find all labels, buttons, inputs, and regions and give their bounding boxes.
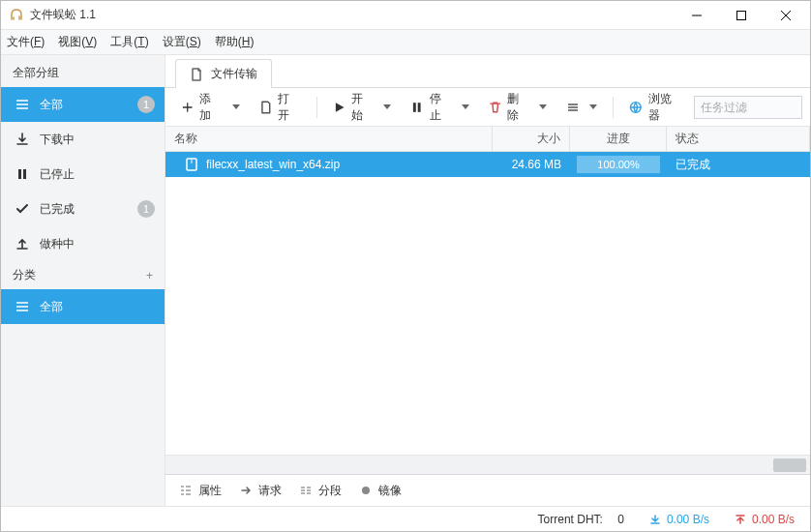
maximize-button[interactable] [719,1,764,30]
col-size[interactable]: 大小 [493,127,570,151]
tab-mirror[interactable]: 镜像 [359,483,402,499]
document-icon [190,68,203,81]
filter-box [694,96,802,119]
sidebar-item-label: 全部 [40,299,63,315]
globe-icon [629,101,643,114]
task-grid: 名称 大小 进度 状态 filecxx_latest_win_x64.zip 2… [165,127,810,475]
table-row[interactable]: filecxx_latest_win_x64.zip 24.66 MB 100.… [165,152,810,177]
trash-icon [489,101,501,114]
statusbar: Torrent DHT: 0 0.00 B/s 0.00 B/s [1,506,810,531]
row-name: filecxx_latest_win_x64.zip [206,158,340,171]
stop-button[interactable]: 停止 [403,94,477,121]
tab-segments[interactable]: 分段 [299,483,342,499]
grid-body[interactable]: filecxx_latest_win_x64.zip 24.66 MB 100.… [165,152,810,455]
plus-icon [181,101,194,114]
col-status[interactable]: 状态 [667,127,810,151]
more-button[interactable] [558,94,605,121]
sidebar-item-4[interactable]: 做种中 [1,226,165,261]
sidebar-category-header: 分类 + [1,261,165,289]
upload-speed: 0.00 B/s [735,513,795,526]
svg-rect-1 [18,169,21,179]
sidebar-item-label: 下载中 [40,132,75,148]
window-title: 文件蜈蚣 1.1 [30,7,96,23]
tab-label: 文件传输 [211,66,257,82]
sidebar: 全部分组 全部1下载中已停止已完成1做种中 分类 + 全部 [1,55,165,506]
tab-file-transfer[interactable]: 文件传输 [175,59,272,88]
file-icon [259,101,273,114]
svg-point-7 [362,487,370,494]
sidebar-item-0[interactable]: 全部1 [1,87,165,122]
grid-header: 名称 大小 进度 状态 [165,127,810,152]
download-speed: 0.00 B/s [649,513,709,526]
progress-bar: 100.00% [577,156,660,173]
browser-button[interactable]: 浏览器 [621,94,690,121]
row-size: 24.66 MB [512,158,561,171]
dht-status: Torrent DHT: 0 [538,513,624,526]
sidebar-item-label: 已停止 [40,166,75,183]
svg-rect-3 [413,103,416,112]
row-status: 已完成 [676,157,710,173]
count-badge: 1 [137,96,155,113]
menu-view[interactable]: 视图(V) [58,34,97,50]
close-button[interactable] [764,1,808,30]
start-button[interactable]: 开始 [325,94,400,121]
minimize-button[interactable] [675,1,719,30]
download-icon [15,132,30,147]
count-badge: 1 [137,200,155,218]
col-name[interactable]: 名称 [165,127,493,151]
archive-icon [185,158,198,171]
pause-icon [15,166,30,182]
tab-properties[interactable]: 属性 [179,483,222,499]
filter-input[interactable] [694,96,802,119]
play-icon [333,101,345,114]
sidebar-category-all[interactable]: 全部 [1,289,165,324]
check-icon [15,201,30,217]
menu-tools[interactable]: 工具(T) [110,34,148,50]
menu-settings[interactable]: 设置(S) [163,34,201,50]
svg-rect-2 [23,169,26,179]
tab-strip: 文件传输 [165,55,810,88]
menu-file[interactable]: 文件(F) [7,34,45,50]
toolbar: 添加 打开 开始 停止 删除 [165,88,810,127]
sidebar-item-2[interactable]: 已停止 [1,157,165,192]
list-icon [566,101,580,114]
main-panel: 文件传输 添加 打开 开始 停止 删除 [165,55,810,506]
add-category-button[interactable]: + [146,269,153,282]
open-button[interactable]: 打开 [252,94,309,121]
sidebar-group-header: 全部分组 [1,59,165,87]
svg-rect-4 [418,103,421,112]
sidebar-item-label: 已完成 [40,201,75,218]
col-progress[interactable]: 进度 [570,127,667,151]
add-button[interactable]: 添加 [173,94,248,121]
upload-icon [15,236,30,251]
sidebar-item-1[interactable]: 下载中 [1,122,165,157]
horizontal-scrollbar[interactable] [165,455,810,474]
sidebar-item-3[interactable]: 已完成1 [1,192,165,226]
pause-icon [410,101,423,114]
detail-tabs: 属性 请求 分段 镜像 [165,475,810,506]
svg-rect-0 [737,11,746,19]
menu-icon [15,97,30,112]
sidebar-item-label: 做种中 [40,236,75,252]
menu-help[interactable]: 帮助(H) [215,34,255,50]
titlebar: 文件蜈蚣 1.1 [1,1,810,30]
menu-icon [15,299,30,314]
app-logo-icon [9,8,24,23]
sidebar-item-label: 全部 [40,97,63,113]
menubar: 文件(F) 视图(V) 工具(T) 设置(S) 帮助(H) [1,30,810,55]
tab-request[interactable]: 请求 [239,483,282,499]
delete-button[interactable]: 删除 [481,94,556,121]
